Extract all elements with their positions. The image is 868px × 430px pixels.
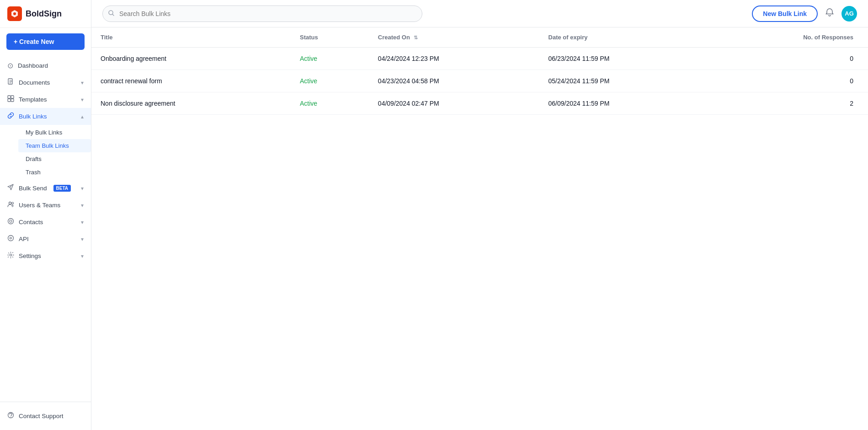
svg-rect-3 (11, 96, 14, 98)
sidebar-item-label: Dashboard (18, 62, 48, 69)
cell-title: Non disclosure agreement (91, 92, 291, 115)
sidebar-item-bulk-links[interactable]: Bulk Links ▴ (0, 108, 91, 125)
sidebar-item-api[interactable]: API ▾ (0, 231, 91, 247)
cell-created-on: 04/09/2024 02:47 PM (369, 92, 539, 115)
bulk-links-icon (7, 112, 14, 121)
settings-icon (7, 252, 14, 260)
contact-support-item[interactable]: Contact Support (0, 408, 91, 425)
cell-date-expiry: 06/23/2024 11:59 PM (539, 48, 710, 70)
contact-support-label: Contact Support (19, 413, 64, 419)
new-bulk-link-button[interactable]: New Bulk Link (752, 5, 818, 22)
content-area: Title Status Created On ⇅ Date of expiry… (91, 27, 868, 430)
col-responses: No. of Responses (709, 27, 868, 48)
chevron-down-icon: ▾ (81, 80, 84, 86)
col-date-expiry: Date of expiry (539, 27, 710, 48)
svg-point-12 (10, 254, 11, 256)
sidebar-footer: Contact Support (0, 402, 91, 430)
sidebar-item-users-teams[interactable]: Users & Teams ▾ (0, 197, 91, 214)
chevron-down-icon: ▾ (81, 219, 84, 226)
cell-title: contract renewal form (91, 70, 291, 92)
create-new-button[interactable]: + Create New (6, 33, 85, 50)
svg-rect-2 (8, 96, 11, 98)
table-row: Onboarding agreement Active 04/24/2024 1… (91, 48, 868, 70)
svg-rect-4 (8, 99, 11, 102)
sidebar-item-label: API (19, 236, 29, 242)
col-status: Status (291, 27, 369, 48)
col-title: Title (91, 27, 291, 48)
sidebar-item-drafts[interactable]: Drafts (18, 152, 91, 166)
svg-point-6 (9, 202, 11, 204)
svg-point-11 (10, 237, 12, 239)
sidebar-item-label: Bulk Links (19, 113, 47, 120)
bulk-links-subnav: My Bulk Links Team Bulk Links Drafts Tra… (0, 125, 91, 180)
svg-point-8 (8, 219, 14, 224)
cell-responses: 0 (709, 48, 868, 70)
cell-responses: 2 (709, 92, 868, 115)
nav-section: ⊙ Dashboard Documents ▾ Templates ▾ Bulk… (0, 55, 91, 266)
svg-point-7 (12, 202, 14, 204)
chevron-down-icon: ▾ (81, 185, 84, 192)
cell-responses: 0 (709, 70, 868, 92)
sidebar-item-settings[interactable]: Settings ▾ (0, 247, 91, 264)
bulk-send-icon (7, 184, 14, 193)
cell-status: Active (291, 48, 369, 70)
sidebar-item-team-bulk-links[interactable]: Team Bulk Links (18, 139, 91, 152)
logo-text: BoldSign (26, 9, 62, 19)
sidebar: BoldSign + Create New ⊙ Dashboard Docume… (0, 0, 91, 430)
sidebar-item-label: Documents (19, 79, 50, 86)
cell-created-on: 04/24/2024 12:23 PM (369, 48, 539, 70)
sidebar-item-trash[interactable]: Trash (18, 166, 91, 179)
table-row: contract renewal form Active 04/23/2024 … (91, 70, 868, 92)
search-icon (108, 10, 115, 18)
sidebar-item-label: Templates (19, 96, 47, 103)
cell-status: Active (291, 70, 369, 92)
avatar[interactable]: AG (841, 6, 857, 22)
sidebar-item-my-bulk-links[interactable]: My Bulk Links (18, 126, 91, 139)
svg-rect-5 (11, 99, 14, 102)
chevron-down-icon: ▾ (81, 253, 84, 259)
notification-icon[interactable] (825, 8, 834, 19)
cell-date-expiry: 05/24/2024 11:59 PM (539, 70, 710, 92)
svg-point-14 (11, 417, 11, 417)
search-input[interactable] (102, 5, 422, 22)
cell-title: Onboarding agreement (91, 48, 291, 70)
api-icon (7, 235, 14, 243)
contacts-icon (7, 218, 14, 226)
chevron-down-icon: ▾ (81, 236, 84, 242)
chevron-down-icon: ▾ (81, 202, 84, 209)
sidebar-item-label: Contacts (19, 219, 43, 226)
sidebar-item-label: Settings (19, 253, 41, 259)
support-icon (7, 412, 14, 420)
cell-created-on: 04/23/2024 04:58 PM (369, 70, 539, 92)
templates-icon (7, 95, 14, 104)
search-wrapper (102, 5, 422, 22)
users-teams-icon (7, 201, 14, 210)
dashboard-icon: ⊙ (7, 61, 13, 70)
sidebar-item-contacts[interactable]: Contacts ▾ (0, 214, 91, 231)
svg-point-10 (8, 236, 14, 241)
sidebar-item-documents[interactable]: Documents ▾ (0, 74, 91, 91)
svg-point-9 (10, 220, 12, 222)
sidebar-item-label: Users & Teams (19, 202, 60, 209)
table-row: Non disclosure agreement Active 04/09/20… (91, 92, 868, 115)
sort-icon: ⇅ (414, 35, 418, 40)
sidebar-item-templates[interactable]: Templates ▾ (0, 91, 91, 108)
logo-icon (7, 6, 22, 21)
topbar: New Bulk Link AG (91, 0, 868, 27)
beta-badge: BETA (53, 185, 71, 192)
chevron-down-icon: ▾ (81, 97, 84, 103)
sidebar-item-bulk-send[interactable]: Bulk Send BETA ▾ (0, 180, 91, 197)
cell-date-expiry: 06/09/2024 11:59 PM (539, 92, 710, 115)
topbar-right: New Bulk Link AG (752, 5, 857, 22)
table-header-row: Title Status Created On ⇅ Date of expiry… (91, 27, 868, 48)
logo-area: BoldSign (0, 0, 91, 28)
bulk-links-table: Title Status Created On ⇅ Date of expiry… (91, 27, 868, 115)
svg-point-0 (13, 12, 16, 15)
sidebar-item-label: Bulk Send (19, 185, 47, 192)
documents-icon (7, 78, 14, 87)
sidebar-item-dashboard[interactable]: ⊙ Dashboard (0, 57, 91, 74)
chevron-up-icon: ▴ (81, 113, 84, 120)
main-content: New Bulk Link AG Title Status Created On… (91, 0, 868, 430)
col-created-on[interactable]: Created On ⇅ (369, 27, 539, 48)
cell-status: Active (291, 92, 369, 115)
